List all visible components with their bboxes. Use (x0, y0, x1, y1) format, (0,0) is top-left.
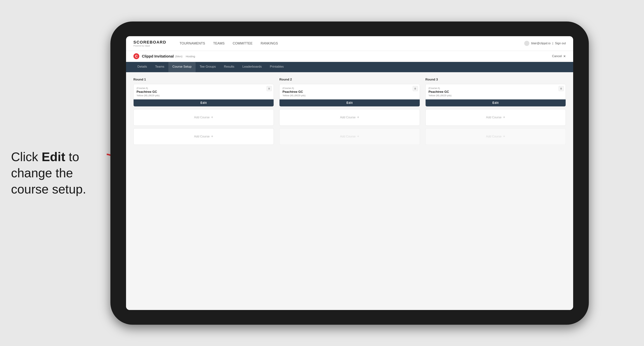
cancel-button[interactable]: Cancel ✕ (552, 54, 566, 58)
nav-link-teams[interactable]: TEAMS (209, 36, 229, 51)
add-course-plus-icon: + (503, 115, 505, 119)
delete-course-button[interactable]: 🗑 (558, 86, 564, 91)
tab-bar: Details Teams Course Setup Tee Groups Re… (126, 62, 573, 72)
tab-tee-groups[interactable]: Tee Groups (196, 62, 220, 72)
instruction-text: Click Edit tochange thecourse setup. (11, 149, 86, 197)
course-name: Peachtree GC (136, 90, 271, 94)
add-course-text: Add Course+ (194, 134, 213, 139)
round-3-title: Round 3 (426, 78, 566, 81)
course-label: (Course A) (428, 87, 563, 89)
add-course-text: Add Course+ (194, 115, 213, 119)
sub-header: C Clippd Invitational (Men) Hosting Canc… (126, 51, 573, 62)
cancel-label: Cancel (552, 54, 562, 58)
add-course-plus-icon: + (503, 134, 505, 139)
round-column-1: Round 1(Course A)Peachtree GCYellow (M) … (134, 78, 274, 147)
user-avatar (524, 41, 529, 46)
round-column-2: Round 2(Course A)Peachtree GCYellow (M) … (279, 78, 420, 147)
logo-main-text: SCOREBOARD (134, 40, 166, 45)
tablet-screen: SCOREBOARD Powered by clippd TOURNAMENTS… (126, 36, 573, 310)
add-course-label: Add Course (340, 135, 356, 138)
add-course-label: Add Course (486, 135, 502, 138)
course-card-body: (Course A)Peachtree GCYellow (M) (6629 y… (280, 84, 420, 99)
clippd-logo: C (134, 53, 139, 59)
tab-course-setup[interactable]: Course Setup (168, 62, 196, 72)
add-course-card-r1-2[interactable]: Add Course+ (134, 128, 274, 145)
nav-link-committee[interactable]: COMMITTEE (229, 36, 257, 51)
edit-course-button-r3-c1[interactable]: Edit (426, 99, 566, 106)
add-course-card-r3-2: Add Course+ (426, 128, 566, 145)
round-column-3: Round 3(Course A)Peachtree GCYellow (M) … (426, 78, 566, 147)
tablet-device: SCOREBOARD Powered by clippd TOURNAMENTS… (110, 21, 589, 325)
add-course-text: Add Course+ (340, 115, 359, 119)
course-label: (Course A) (282, 87, 416, 89)
course-card-r2-c1: (Course A)Peachtree GCYellow (M) (6629 y… (279, 84, 420, 107)
hosting-label: Hosting (186, 55, 195, 58)
add-course-plus-icon: + (357, 115, 359, 119)
add-course-label: Add Course (194, 116, 210, 119)
course-card-body: (Course A)Peachtree GCYellow (M) (6629 y… (134, 84, 274, 99)
instruction-prefix: Click (11, 150, 42, 164)
instruction-bold: Edit (42, 150, 65, 164)
course-details: Yellow (M) (6629 yds) (136, 94, 271, 97)
add-course-plus-icon: + (357, 134, 359, 139)
logo-letter: C (135, 54, 138, 58)
edit-course-button-r2-c1[interactable]: Edit (280, 99, 420, 106)
round-1-title: Round 1 (134, 78, 274, 81)
add-course-plus-icon: + (211, 115, 213, 119)
add-course-card-r1-1[interactable]: Add Course+ (134, 109, 274, 126)
cancel-icon: ✕ (563, 54, 566, 58)
nav-bar: SCOREBOARD Powered by clippd TOURNAMENTS… (126, 36, 573, 51)
course-details: Yellow (M) (6629 yds) (282, 94, 416, 97)
course-card-r3-c1: (Course A)Peachtree GCYellow (M) (6629 y… (426, 84, 566, 107)
add-course-text: Add Course+ (486, 134, 505, 139)
tournament-title: Clippd Invitational (142, 54, 174, 58)
add-course-card-r2-1[interactable]: Add Course+ (279, 109, 420, 126)
course-card-r1-c1: (Course A)Peachtree GCYellow (M) (6629 y… (134, 84, 274, 107)
add-course-text: Add Course+ (340, 134, 359, 139)
tournament-badge: (Men) (175, 55, 182, 58)
add-course-card-r3-1[interactable]: Add Course+ (426, 109, 566, 126)
delete-course-button[interactable]: 🗑 (413, 86, 418, 91)
tab-leaderboards[interactable]: Leaderboards (238, 62, 266, 72)
add-course-plus-icon: + (211, 134, 213, 139)
rounds-grid: Round 1(Course A)Peachtree GCYellow (M) … (134, 78, 566, 147)
nav-separator: | (552, 42, 553, 45)
edit-course-button-r1-c1[interactable]: Edit (134, 99, 274, 106)
sign-out-link[interactable]: Sign out (555, 42, 566, 45)
add-course-label: Add Course (340, 116, 356, 119)
scoreboard-logo: SCOREBOARD Powered by clippd (134, 40, 166, 47)
add-course-text: Add Course+ (486, 115, 505, 119)
tab-teams[interactable]: Teams (151, 62, 168, 72)
tab-results[interactable]: Results (220, 62, 238, 72)
tab-printables[interactable]: Printables (266, 62, 288, 72)
logo-sub-text: Powered by clippd (134, 45, 166, 47)
content-area: Round 1(Course A)Peachtree GCYellow (M) … (126, 72, 573, 310)
course-card-body: (Course A)Peachtree GCYellow (M) (6629 y… (426, 84, 566, 99)
course-name: Peachtree GC (282, 90, 416, 94)
course-details: Yellow (M) (6629 yds) (428, 94, 563, 97)
round-2-title: Round 2 (279, 78, 420, 81)
nav-right: blair@clippd.io | Sign out (524, 41, 566, 46)
nav-links: TOURNAMENTS TEAMS COMMITTEE RANKINGS (176, 36, 524, 51)
add-course-label: Add Course (194, 135, 210, 138)
course-name: Peachtree GC (428, 90, 563, 94)
add-course-card-r2-2: Add Course+ (279, 128, 420, 145)
nav-link-rankings[interactable]: RANKINGS (257, 36, 282, 51)
delete-course-button[interactable]: 🗑 (266, 86, 272, 91)
course-label: (Course A) (136, 87, 271, 89)
nav-link-tournaments[interactable]: TOURNAMENTS (176, 36, 209, 51)
user-email: blair@clippd.io (531, 42, 550, 45)
tab-details[interactable]: Details (134, 62, 151, 72)
add-course-label: Add Course (486, 116, 502, 119)
